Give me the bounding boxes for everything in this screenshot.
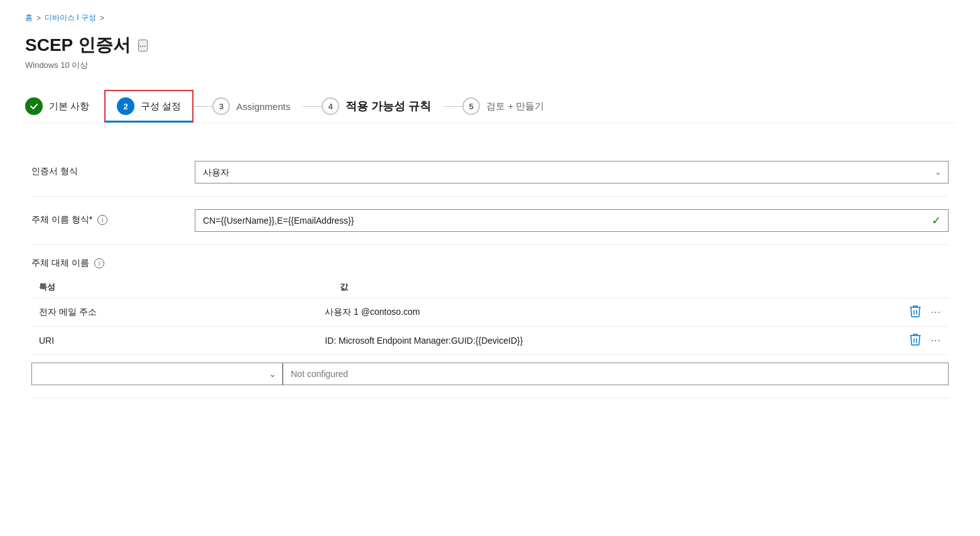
step-sep-2-3 — [303, 106, 322, 107]
add-san-select-wrapper: ⌄ — [31, 363, 283, 385]
subject-name-label: 주체 이름 형식* i — [31, 209, 170, 226]
step-basics[interactable]: 기본 사항 — [25, 90, 104, 123]
step-sep-3-4 — [444, 106, 462, 107]
subject-name-input-wrapper: ✓ — [195, 209, 949, 232]
page-subtitle: Windows 10 이상 — [25, 60, 955, 71]
step-applicability-circle: 4 — [322, 97, 339, 115]
step-review-circle: 5 — [462, 97, 480, 115]
breadcrumb-sep2: > — [100, 14, 104, 23]
san-row-1-delete-icon[interactable] — [910, 333, 921, 348]
form-section: 인증서 형식 사용자 장치 ⌄ 주체 이름 형식* i — [25, 148, 955, 398]
san-row-0-attr: 전자 메일 주소 — [39, 307, 325, 318]
san-row-0-more-icon[interactable]: ··· — [931, 307, 941, 318]
subject-alt-info-icon[interactable]: i — [94, 258, 104, 268]
subject-name-row: 주체 이름 형식* i ✓ — [31, 197, 949, 245]
san-row-0: 전자 메일 주소 사용자 1 @contoso.com ··· — [31, 298, 949, 327]
san-header-attr: 특성 — [39, 282, 340, 293]
cert-type-label: 인증서 형식 — [31, 161, 170, 177]
breadcrumb-home[interactable]: 홈 — [25, 13, 33, 23]
add-san-row: ⌄ — [31, 363, 949, 385]
step-review[interactable]: 5 검토 + 만들기 — [462, 90, 557, 123]
step-review-label: 검토 + 만들기 — [486, 101, 544, 112]
cert-type-control: 사용자 장치 ⌄ — [195, 161, 949, 183]
steps-container: 기본 사항 2 구성 설정 3 Assignments 4 적용 가능성 규칙 … — [25, 90, 955, 123]
subject-alt-row: 주체 대체 이름 i 특성 값 전자 메일 주소 사용자 1 @contoso.… — [31, 245, 949, 398]
cert-type-select-wrapper: 사용자 장치 ⌄ — [195, 161, 949, 183]
step-basics-circle — [25, 97, 43, 115]
more-options-button[interactable]: ··· — [138, 40, 148, 52]
subject-name-control: ✓ — [195, 209, 949, 232]
san-row-0-actions: ··· — [910, 305, 941, 320]
step-assignments-label: Assignments — [236, 101, 290, 112]
san-row-1: URI ID: Microsoft Endpoint Manager:GUID:… — [31, 327, 949, 355]
san-row-1-actions: ··· — [910, 333, 941, 348]
add-san-select[interactable] — [31, 363, 283, 385]
san-row-0-val: 사용자 1 @contoso.com — [325, 307, 896, 318]
san-row-1-val: ID: Microsoft Endpoint Manager:GUID:{{De… — [325, 336, 896, 346]
step-config-label: 구성 설정 — [141, 101, 181, 112]
san-row-1-more-icon[interactable]: ··· — [931, 335, 941, 346]
san-row-0-delete-icon[interactable] — [910, 305, 921, 320]
subject-name-check-icon: ✓ — [932, 214, 941, 227]
step-applicability-label: 적용 가능성 규칙 — [346, 99, 431, 114]
san-table-header: 특성 값 — [31, 276, 949, 298]
not-configured-input[interactable] — [283, 363, 949, 385]
step-applicability[interactable]: 4 적용 가능성 규칙 — [322, 90, 444, 123]
step-sep-1-2 — [193, 106, 212, 107]
breadcrumb-section[interactable]: 디바이스 I 구성 — [45, 13, 96, 23]
step-config-circle: 2 — [117, 97, 134, 115]
step-assignments[interactable]: 3 Assignments — [212, 90, 303, 123]
san-row-1-attr: URI — [39, 336, 325, 346]
step-config[interactable]: 2 구성 설정 — [104, 90, 193, 123]
checkmark-icon — [30, 102, 38, 111]
subject-alt-label: 주체 대체 이름 — [31, 258, 89, 269]
breadcrumb: 홈 > 디바이스 I 구성 > — [25, 13, 955, 23]
step-basics-label: 기본 사항 — [49, 101, 89, 112]
san-table-container: 특성 값 전자 메일 주소 사용자 1 @contoso.com ··· — [31, 276, 949, 385]
page-title: SCEP 인증서 — [25, 33, 131, 57]
san-header-val: 값 — [340, 282, 941, 293]
cert-type-row: 인증서 형식 사용자 장치 ⌄ — [31, 148, 949, 197]
breadcrumb-sep1: > — [36, 14, 41, 23]
subject-name-input[interactable] — [195, 209, 949, 232]
cert-type-select[interactable]: 사용자 장치 — [195, 161, 949, 183]
page-container: 홈 > 디바이스 I 구성 > SCEP 인증서 ··· Windows 10 … — [0, 0, 980, 411]
subject-name-info-icon[interactable]: i — [97, 215, 107, 225]
step-assignments-circle: 3 — [212, 97, 230, 115]
